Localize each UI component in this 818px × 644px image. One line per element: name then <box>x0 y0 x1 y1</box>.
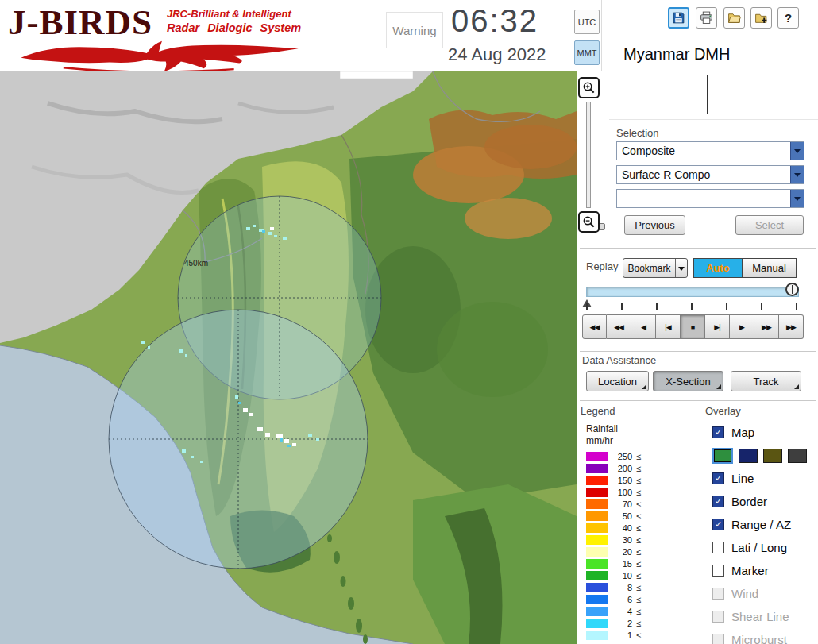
checkbox-marker[interactable] <box>712 565 724 577</box>
overlay-item-lati-long[interactable]: Lati / Long <box>712 536 817 559</box>
legend-comparator: ≤ <box>636 595 641 604</box>
legend-row: 250≤ <box>586 450 641 462</box>
composite-dropdown[interactable]: Composite <box>616 141 804 160</box>
legend-value: 50 <box>608 511 632 521</box>
playback-button-2[interactable]: ◀ <box>631 314 656 339</box>
data-assistance-label: Data Assistance <box>582 354 656 366</box>
replay-label: Replay <box>586 260 618 272</box>
legend-comparator: ≤ <box>636 464 641 473</box>
map-style-navy[interactable] <box>739 449 758 463</box>
legend-color-swatch <box>586 559 608 569</box>
overlay-label: Wind <box>731 587 758 600</box>
map-style-green[interactable] <box>712 448 733 464</box>
legend-quantity-label: Rainfall <box>586 423 618 434</box>
chevron-down-icon[interactable] <box>790 142 804 160</box>
add-folder-icon <box>754 11 768 25</box>
open-folder-button[interactable] <box>723 7 745 29</box>
overlay-item-range-az[interactable]: ✓Range / AZ <box>712 513 817 536</box>
zoom-out-button[interactable] <box>578 211 600 233</box>
legend-color-swatch <box>586 535 608 545</box>
help-button[interactable]: ? <box>777 7 799 29</box>
checkbox-border[interactable]: ✓ <box>712 496 724 507</box>
legend-color-swatch <box>586 488 608 497</box>
playback-button-4[interactable]: ■ <box>681 314 705 339</box>
select-button[interactable]: Select <box>735 215 804 235</box>
bookmark-dropdown-arrow[interactable] <box>675 259 687 277</box>
bookmark-label: Bookmark <box>623 259 675 277</box>
checkbox-map[interactable]: ✓ <box>712 426 724 438</box>
legend-color-swatch <box>586 607 608 616</box>
eagle-logo-icon <box>11 38 311 71</box>
overlay-item-marker[interactable]: Marker <box>712 559 817 582</box>
map-artwork: 450km <box>0 71 577 644</box>
overlay-label: Shear Line <box>731 610 789 623</box>
legend-comparator: ≤ <box>636 523 641 533</box>
playback-button-5[interactable]: ▶| <box>705 314 730 339</box>
overlay-item-line[interactable]: ✓Line <box>712 467 817 490</box>
open-folder-icon <box>727 11 741 25</box>
clock-time: 06:32 <box>451 3 538 39</box>
legend-value: 1 <box>608 631 632 640</box>
location-button[interactable]: Location <box>586 371 649 391</box>
control-panel: Selection Composite Surface R Compo Prev… <box>577 71 818 644</box>
track-button[interactable]: Track <box>731 371 801 391</box>
legend-color-swatch <box>586 595 608 604</box>
timeline-tick <box>621 303 623 310</box>
previous-button[interactable]: Previous <box>624 215 685 235</box>
legend-color-swatch <box>586 523 608 533</box>
zoom-slider[interactable] <box>586 102 591 208</box>
legend-value: 250 <box>608 452 632 461</box>
radar-map[interactable]: 450km <box>0 71 577 644</box>
range-ring-label: 450km <box>184 259 208 268</box>
legend-comparator: ≤ <box>636 571 641 580</box>
mmt-button[interactable]: MMT <box>574 40 600 65</box>
auto-mode-button[interactable]: Auto <box>693 258 743 278</box>
print-button[interactable] <box>696 7 717 29</box>
legend-comparator: ≤ <box>636 499 641 509</box>
overlay-item-border[interactable]: ✓Border <box>712 490 817 513</box>
legend-comparator: ≤ <box>636 535 641 545</box>
legend-comparator: ≤ <box>636 452 641 461</box>
legend-comparator: ≤ <box>636 607 641 616</box>
chevron-down-icon[interactable] <box>790 190 804 207</box>
playback-button-1[interactable]: ◀◀ <box>607 314 631 339</box>
map-style-dark-gray[interactable] <box>788 449 807 463</box>
timeline-tick <box>796 303 797 310</box>
legend-value: 15 <box>608 559 632 569</box>
map-style-olive[interactable] <box>763 449 782 463</box>
overlay-item-shear-line: Shear Line <box>712 605 817 628</box>
manual-mode-button[interactable]: Manual <box>742 258 797 278</box>
save-button[interactable] <box>668 7 689 29</box>
overlay-item-wind: Wind <box>712 582 817 605</box>
playback-button-3[interactable]: |◀ <box>656 314 681 339</box>
playback-button-6[interactable]: ▶ <box>730 314 754 339</box>
bookmark-button[interactable]: Bookmark <box>623 258 688 278</box>
legend-value: 10 <box>608 571 632 580</box>
checkbox-range-az[interactable]: ✓ <box>712 519 724 530</box>
timeline-slider-thumb[interactable] <box>785 283 799 296</box>
option-dropdown[interactable] <box>616 189 804 208</box>
utc-button[interactable]: UTC <box>574 10 600 34</box>
checkbox-line[interactable]: ✓ <box>712 472 724 484</box>
legend-unit-label: mm/hr <box>586 435 613 446</box>
timeline-slider[interactable] <box>586 287 799 297</box>
playback-button-7[interactable]: ▶▶ <box>754 314 779 339</box>
product-dropdown[interactable]: Surface R Compo <box>616 165 804 184</box>
legend-color-swatch <box>586 547 608 557</box>
header: J-BIRDS JRC-Brilliant & Intelligent Rada… <box>0 0 818 71</box>
playback-button-8[interactable]: ▶▶ <box>779 314 804 339</box>
legend-color-swatch <box>586 452 608 461</box>
warning-button[interactable]: Warning <box>386 12 443 48</box>
chevron-down-icon[interactable] <box>790 166 804 183</box>
zoom-in-button[interactable] <box>578 77 600 98</box>
map-style-swatches <box>712 444 817 467</box>
x-section-button[interactable]: X-Section <box>653 371 723 391</box>
station-name-input[interactable] <box>609 73 817 118</box>
playback-button-0[interactable]: ◀◀ <box>582 314 607 339</box>
add-folder-button[interactable] <box>750 7 772 29</box>
overlay-label: Lati / Long <box>731 541 787 554</box>
overlay-item-map[interactable]: ✓Map <box>712 421 817 444</box>
logo-subtitle-line2: Radar Dialogic System <box>167 21 301 34</box>
checkbox-lati-long[interactable] <box>712 542 724 553</box>
legend-color-swatch <box>586 476 608 485</box>
